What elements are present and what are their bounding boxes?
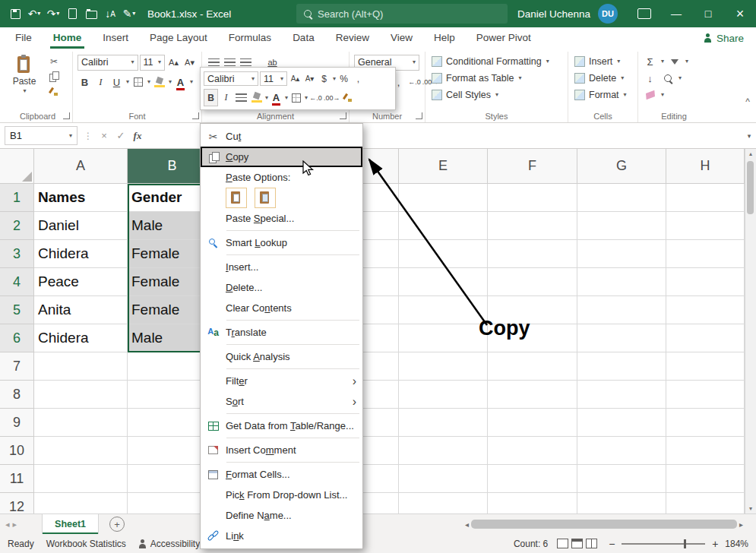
menu-item-filter[interactable]: Filter› [201, 371, 362, 391]
tab-review[interactable]: Review [325, 28, 380, 49]
menu-item-format-cells[interactable]: Format Cells... [201, 464, 362, 485]
mini-font-name-combo[interactable]: Calibri▾ [204, 71, 258, 86]
maximize-button[interactable]: □ [692, 0, 724, 27]
cell-A6[interactable]: Chidera [34, 324, 128, 352]
menu-item-paste-options[interactable]: Paste Options: [201, 167, 362, 188]
menu-item-translate[interactable]: Translate [201, 322, 362, 343]
cell-H10[interactable] [666, 437, 745, 465]
mini-font-color-button[interactable]: A [270, 90, 283, 106]
font-dialog-launcher-icon[interactable] [192, 112, 199, 119]
row-header-3[interactable]: 3 [0, 240, 34, 268]
conditional-formatting-button[interactable]: Conditional Formatting▾ [430, 53, 563, 70]
cell-H1[interactable] [666, 184, 745, 212]
menu-item-paste-special[interactable]: Paste Special... [201, 208, 362, 229]
alignment-dialog-launcher-icon[interactable] [340, 112, 346, 119]
cell-F7[interactable] [488, 352, 577, 381]
cell-G10[interactable] [577, 437, 666, 465]
mini-italic-button[interactable]: I [220, 90, 232, 106]
menu-item-clear-contents[interactable]: Clear Contents [201, 298, 362, 318]
tab-home[interactable]: Home [43, 28, 93, 49]
zoom-slider[interactable] [622, 543, 705, 545]
cell-G3[interactable] [577, 240, 666, 268]
row-header-1[interactable]: 1 [0, 184, 34, 212]
cell-G5[interactable] [577, 296, 666, 324]
cancel-button[interactable]: × [96, 130, 112, 141]
clear-button[interactable] [643, 87, 657, 103]
menu-item-delete[interactable]: Delete... [201, 277, 362, 298]
column-header-a[interactable]: A [34, 149, 128, 184]
mini-font-size-combo[interactable]: 11▾ [260, 71, 287, 86]
menu-item-get-data-from-table-range[interactable]: Get Data from Table/Range... [201, 416, 362, 436]
sort-filter-button[interactable] [667, 53, 682, 70]
cell-F1[interactable] [488, 184, 577, 212]
mini-comma-button[interactable]: , [352, 71, 365, 87]
add-sheet-button[interactable]: + [109, 517, 125, 532]
row-header-5[interactable]: 5 [0, 296, 34, 324]
font-color-button[interactable]: A [173, 74, 188, 90]
mini-increase-decimal-button[interactable]: ←.0 [309, 90, 322, 106]
format-button[interactable]: Format▾ [573, 87, 633, 103]
cell-E4[interactable] [399, 268, 488, 296]
insert-button[interactable]: Insert▾ [573, 53, 633, 70]
cell-A7[interactable] [34, 352, 128, 381]
cell-A9[interactable] [34, 409, 128, 437]
zoom-level[interactable]: 184% [725, 539, 748, 549]
vertical-scrollbar[interactable]: ▴ ▾ [745, 149, 756, 514]
italic-button[interactable]: I [93, 74, 108, 90]
user-name[interactable]: Daniel Uchenna [517, 8, 590, 20]
vertical-scroll-thumb[interactable] [747, 161, 754, 214]
increase-decimal-button[interactable]: ←.0 [407, 74, 422, 90]
column-header-g[interactable]: G [577, 149, 666, 184]
font-name-combo[interactable]: Calibri▾ [77, 55, 138, 71]
cell-E8[interactable] [399, 381, 488, 409]
mini-fill-color-button[interactable] [250, 90, 263, 106]
cell-F12[interactable] [488, 493, 577, 514]
cell-E10[interactable] [399, 437, 488, 465]
menu-item-link[interactable]: Link [201, 526, 362, 546]
column-header-e[interactable]: E [399, 149, 488, 184]
collapse-ribbon-icon[interactable]: ^ [745, 96, 750, 107]
enter-button[interactable]: ✓ [112, 130, 129, 141]
fill-button[interactable]: ↓ [643, 70, 657, 87]
tab-page-layout[interactable]: Page Layout [139, 28, 218, 49]
scroll-left-icon[interactable]: ◂ [465, 520, 469, 529]
cell-A5[interactable]: Anita [34, 296, 128, 324]
cell-H7[interactable] [666, 352, 745, 381]
cell-E3[interactable] [399, 240, 488, 268]
avatar[interactable]: DU [598, 4, 618, 24]
horizontal-scrollbar[interactable]: ◂ ▸ [465, 517, 743, 531]
bold-button[interactable]: B [77, 74, 92, 90]
cell-H8[interactable] [666, 381, 745, 409]
mini-align-center-button[interactable] [234, 90, 248, 106]
mini-bold-button[interactable]: B [204, 89, 218, 106]
workbook-statistics-button[interactable]: Workbook Statistics [46, 539, 126, 549]
cell-F2[interactable] [488, 212, 577, 240]
mini-borders-button[interactable] [289, 90, 302, 106]
scroll-right-icon[interactable]: ▸ [739, 520, 743, 529]
clipboard-dialog-launcher-icon[interactable] [63, 112, 70, 119]
cell-F8[interactable] [488, 381, 577, 409]
cell-H12[interactable] [666, 493, 745, 514]
cell-styles-button[interactable]: Cell Styles▾ [430, 87, 563, 103]
cell-A8[interactable] [34, 381, 128, 409]
namebox-splitter[interactable]: ⋮ [81, 131, 96, 141]
cut-button[interactable]: ✂ [46, 55, 62, 68]
tab-help[interactable]: Help [423, 28, 466, 49]
minimize-button[interactable]: — [660, 0, 692, 27]
cell-H2[interactable] [666, 212, 745, 240]
cell-A4[interactable]: Peace [34, 268, 128, 296]
scroll-up-icon[interactable]: ▴ [745, 150, 756, 157]
cell-F3[interactable] [488, 240, 577, 268]
cell-G6[interactable] [577, 324, 666, 352]
tab-view[interactable]: View [380, 28, 423, 49]
close-button[interactable]: × [724, 0, 756, 27]
undo-button[interactable]: ↶▾ [25, 2, 43, 25]
save-button[interactable] [6, 2, 24, 25]
cell-G1[interactable] [577, 184, 666, 212]
menu-item-sort[interactable]: Sort› [201, 391, 362, 412]
accessibility-button[interactable]: Accessibility: [138, 539, 203, 549]
zoom-out-button[interactable]: − [606, 538, 617, 550]
mini-percent-button[interactable]: % [337, 71, 350, 87]
sort-ascending-button[interactable]: ↓A [101, 2, 119, 25]
cell-G7[interactable] [577, 352, 666, 381]
